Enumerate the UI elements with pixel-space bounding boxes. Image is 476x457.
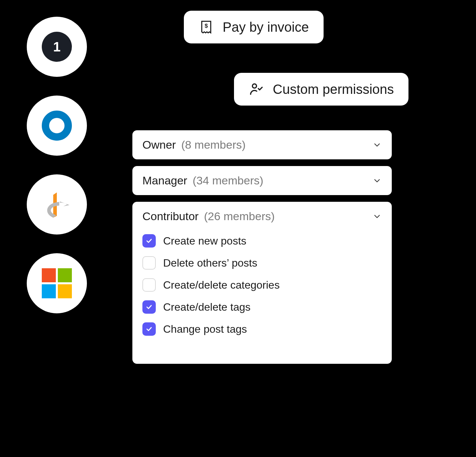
role-header-manager[interactable]: Manager (34 members) [142,174,382,187]
permission-label: Create/delete categories [163,279,280,291]
role-card-manager: Manager (34 members) [132,166,392,195]
permission-row: Delete others’ posts [142,256,382,270]
role-count: (34 members) [193,174,263,187]
permission-label: Change post tags [163,323,247,335]
pay-by-invoice-card[interactable]: $ Pay by invoice [184,11,324,43]
integration-microsoft[interactable] [27,253,87,313]
onepassword-icon: 1 [42,32,72,62]
openid-icon [42,189,72,219]
role-header-owner[interactable]: Owner (8 members) [142,138,382,151]
permission-checkbox[interactable] [142,322,156,336]
role-header-contributor[interactable]: Contributor (26 members) [142,210,382,223]
user-check-icon [249,82,264,97]
permission-row: Create/delete categories [142,278,382,292]
svg-text:$: $ [205,22,208,29]
permission-label: Delete others’ posts [163,257,257,269]
custom-permissions-label: Custom permissions [273,82,394,97]
roles-list: Owner (8 members) Manager (34 members) C… [132,130,392,364]
permission-row: Change post tags [142,322,382,336]
custom-permissions-card[interactable]: Custom permissions [234,73,408,106]
chevron-down-icon [372,212,382,221]
permission-label: Create new posts [163,235,246,247]
permission-row: Create new posts [142,234,382,248]
svg-point-1 [252,84,256,88]
permission-row: Create/delete tags [142,300,382,314]
permission-checkbox[interactable] [142,234,156,248]
role-card-contributor: Contributor (26 members) Create new post… [132,202,392,364]
role-name: Contributor [142,210,199,223]
permission-checkbox[interactable] [142,278,156,292]
role-name: Manager [142,174,187,187]
role-name: Owner [142,138,176,151]
chevron-down-icon [372,176,382,185]
permissions-list: Create new posts Delete others’ posts Cr… [142,234,382,356]
pay-by-invoice-label: Pay by invoice [223,20,309,35]
role-count: (26 members) [204,210,275,223]
permission-label: Create/delete tags [163,301,251,313]
permission-checkbox[interactable] [142,256,156,270]
role-card-owner: Owner (8 members) [132,130,392,159]
okta-icon [42,111,72,141]
permission-checkbox[interactable] [142,300,156,314]
microsoft-icon [42,268,72,298]
integrations-list: 1 [27,17,87,313]
integration-okta[interactable] [27,96,87,156]
chevron-down-icon [372,140,382,150]
role-count: (8 members) [181,138,246,151]
integration-onepassword[interactable]: 1 [27,17,87,77]
invoice-icon: $ [199,19,214,35]
integration-openid[interactable] [27,174,87,235]
